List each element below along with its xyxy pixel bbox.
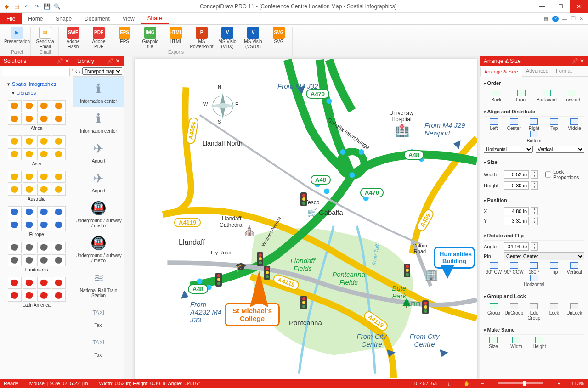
shape-thumb[interactable]	[8, 148, 22, 160]
shape-thumb[interactable]	[8, 242, 22, 253]
shape-thumb[interactable]	[52, 242, 66, 253]
shape-thumb[interactable]	[52, 277, 66, 289]
angle-input[interactable]	[504, 242, 529, 251]
lock-button[interactable]: Lock	[544, 303, 564, 321]
shape-thumb[interactable]	[8, 290, 22, 302]
tree-libraries[interactable]: ▾Libraries	[3, 89, 70, 97]
distribute-vertical[interactable]: Vertical	[536, 146, 585, 153]
pin-select[interactable]: Center-Center	[504, 252, 584, 260]
align-center[interactable]: Center	[504, 118, 524, 131]
subtab-format[interactable]: Format	[552, 66, 576, 76]
export-eps[interactable]: EPSEPS	[114, 27, 135, 45]
drawing-page[interactable]: N S E W A470 A470 A48 A48 A48 A4054 A469…	[135, 59, 477, 379]
export-html[interactable]: HTMLHTML	[165, 27, 187, 45]
order-back[interactable]: Back	[486, 90, 506, 102]
lib-prev-icon[interactable]: ‹	[75, 68, 77, 74]
shape-thumb[interactable]	[37, 100, 51, 112]
callout-humanities[interactable]: Humanities Building	[434, 247, 475, 269]
shape-thumb[interactable]	[8, 135, 22, 147]
shape-thumb[interactable]	[37, 242, 51, 253]
rotate-90ccw[interactable]: 90° CCW	[504, 262, 524, 275]
window-min-icon[interactable]: —	[562, 16, 567, 22]
subtab-arrange[interactable]: Arrange & Size	[480, 67, 522, 77]
library-item[interactable]: ≋National Rail Train Station	[74, 266, 124, 301]
shape-thumb[interactable]	[52, 290, 66, 302]
library-item[interactable]: 🚇Underground / subway / metro	[74, 231, 124, 266]
shape-thumb[interactable]	[37, 148, 51, 160]
pin-icon[interactable]: 📌 ✕	[57, 58, 69, 64]
shape-thumb[interactable]	[52, 171, 66, 183]
maximize-button[interactable]: ☐	[551, 0, 570, 13]
shape-thumb[interactable]	[23, 219, 36, 231]
align-left[interactable]: Left	[484, 118, 503, 131]
unlock-button[interactable]: UnLock	[565, 303, 584, 321]
hand-icon[interactable]: ✋	[464, 381, 470, 387]
shape-thumb[interactable]	[52, 254, 66, 266]
x-input[interactable]	[504, 207, 529, 215]
shape-thumb[interactable]	[37, 135, 51, 147]
shape-thumb[interactable]	[23, 254, 36, 266]
flip-horizontal[interactable]: Horizontal	[525, 275, 544, 287]
solutions-search-input[interactable]	[2, 68, 70, 76]
subtab-advanced[interactable]: Advanced	[522, 66, 552, 76]
arrange-pin-icon[interactable]: 📌 ✕	[571, 58, 584, 64]
shape-thumb[interactable]	[37, 171, 51, 183]
shape-thumb[interactable]	[52, 100, 66, 112]
shape-thumb[interactable]	[23, 242, 36, 253]
zoom-out-icon[interactable]: −	[481, 381, 484, 386]
height-input[interactable]	[504, 181, 529, 190]
shape-thumb[interactable]	[37, 219, 51, 231]
tab-view[interactable]: View	[116, 13, 141, 24]
height-spinner[interactable]: ▲▼	[531, 181, 538, 190]
align-top[interactable]: Top	[544, 118, 564, 131]
redo-icon[interactable]: ↷	[33, 3, 40, 10]
close-button[interactable]: ✕	[570, 0, 588, 13]
shape-thumb[interactable]	[37, 254, 51, 266]
shape-thumb[interactable]	[23, 184, 36, 196]
library-pin-icon[interactable]: 📌 ✕	[107, 58, 120, 64]
align-middle[interactable]: Middle	[565, 118, 584, 131]
tab-document[interactable]: Document	[78, 13, 116, 24]
tab-file[interactable]: File	[0, 13, 22, 24]
shape-thumb[interactable]	[8, 219, 22, 231]
window-restore-icon[interactable]: ❐	[571, 16, 576, 22]
save-icon[interactable]: 💾	[43, 3, 51, 10]
shape-thumb[interactable]	[23, 171, 36, 183]
shape-thumb[interactable]	[23, 113, 36, 125]
shape-thumb[interactable]	[23, 206, 36, 218]
same-width[interactable]: Width	[507, 337, 526, 349]
library-item[interactable]: ℹInformation center	[74, 107, 124, 136]
align-right[interactable]: Right	[524, 118, 543, 131]
shape-thumb[interactable]	[23, 290, 36, 302]
shape-thumb[interactable]	[23, 100, 36, 112]
rotate-180[interactable]: 180 °	[524, 262, 543, 275]
edit-group-button[interactable]: Edit Group	[524, 303, 543, 321]
shape-thumb[interactable]	[23, 135, 36, 147]
shape-thumb[interactable]	[37, 277, 51, 289]
rotate-90cw[interactable]: 90° CW	[484, 262, 503, 275]
help-icon[interactable]: ?	[552, 16, 559, 22]
order-backward[interactable]: Backward	[537, 90, 556, 102]
zoom-slider[interactable]	[498, 382, 543, 384]
flip-vertical[interactable]: Vertical	[565, 262, 584, 275]
shape-thumb[interactable]	[52, 135, 66, 147]
export-adobe-pdf[interactable]: PDFAdobe PDF	[88, 27, 109, 49]
shape-thumb[interactable]	[37, 206, 51, 218]
export-graphic-file[interactable]: IMGGraphic file	[140, 27, 161, 49]
undo-icon[interactable]: ↶	[23, 3, 30, 10]
ungroup-button[interactable]: UnGroup	[504, 303, 524, 321]
flip[interactable]: Flip	[544, 262, 564, 275]
tab-shape[interactable]: Shape	[49, 13, 78, 24]
shape-thumb[interactable]	[23, 148, 36, 160]
shape-thumb[interactable]	[52, 184, 66, 196]
library-item[interactable]: 🚇Underground / subway / metro	[74, 196, 124, 231]
order-forward[interactable]: Forward	[562, 90, 582, 102]
library-item[interactable]: ✈Airport	[74, 166, 124, 196]
shape-thumb[interactable]	[8, 171, 22, 183]
shape-thumb[interactable]	[52, 113, 66, 125]
export-adobe-flash[interactable]: SWFAdobe Flash	[62, 27, 84, 49]
library-item[interactable]: TAXITaxi	[74, 331, 124, 360]
library-dropdown[interactable]: Transport map	[82, 67, 122, 75]
x-spinner[interactable]: ▲▼	[531, 207, 538, 215]
new-icon[interactable]: ▤	[13, 3, 20, 10]
